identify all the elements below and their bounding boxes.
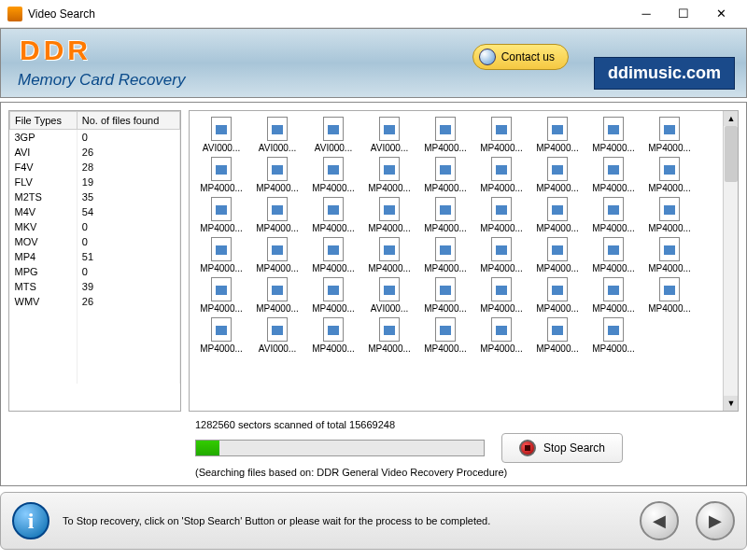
file-item[interactable]: MP4000... <box>473 317 529 354</box>
file-icon <box>435 317 456 342</box>
file-item[interactable]: AVI000... <box>249 117 305 153</box>
table-row[interactable]: MKV0 <box>10 219 180 234</box>
file-item[interactable]: MP4000... <box>529 237 585 273</box>
minimize-button[interactable]: ─ <box>627 1 665 27</box>
titlebar: Video Search ─ ☐ ✕ <box>0 0 747 28</box>
table-row[interactable]: AVI26 <box>10 145 180 160</box>
file-item[interactable]: MP4000... <box>641 197 698 233</box>
file-item[interactable]: MP4000... <box>417 237 473 273</box>
cell-count: 0 <box>77 264 179 279</box>
file-icon <box>491 197 512 221</box>
file-item[interactable]: MP4000... <box>361 317 417 354</box>
file-item[interactable]: MP4000... <box>641 277 698 314</box>
col-file-types[interactable]: File Types <box>10 112 78 130</box>
forward-button[interactable]: ▶ <box>696 501 735 540</box>
file-item[interactable]: MP4000... <box>193 277 249 314</box>
file-label: MP4000... <box>641 263 698 273</box>
file-item[interactable]: MP4000... <box>193 317 249 354</box>
maximize-button[interactable]: ☐ <box>665 1 702 27</box>
file-item[interactable]: MP4000... <box>193 157 249 193</box>
info-icon: i <box>12 502 49 539</box>
file-item[interactable]: MP4000... <box>641 237 698 273</box>
file-item[interactable]: MP4000... <box>249 197 305 233</box>
file-grid[interactable]: AVI000...AVI000...AVI000...AVI000...MP40… <box>190 111 738 411</box>
file-item[interactable]: MP4000... <box>305 317 361 354</box>
table-row[interactable]: M4V54 <box>10 204 180 219</box>
file-item[interactable]: MP4000... <box>585 117 641 153</box>
file-item[interactable]: MP4000... <box>473 117 529 153</box>
table-row[interactable]: FLV19 <box>10 175 180 189</box>
file-item[interactable]: MP4000... <box>249 157 305 193</box>
file-item[interactable]: MP4000... <box>529 197 585 233</box>
table-row[interactable]: MTS39 <box>10 279 180 294</box>
file-item[interactable]: MP4000... <box>305 157 361 193</box>
file-label: MP4000... <box>417 143 473 153</box>
file-item[interactable]: MP4000... <box>305 277 361 314</box>
scroll-down-icon[interactable]: ▼ <box>724 396 739 411</box>
file-item[interactable]: MP4000... <box>417 117 473 153</box>
file-label: MP4000... <box>417 183 473 193</box>
file-item[interactable]: MP4000... <box>585 277 641 314</box>
stop-label: Stop Search <box>543 441 605 455</box>
file-item[interactable]: MP4000... <box>361 237 417 273</box>
file-item[interactable]: AVI000... <box>361 277 417 314</box>
file-item[interactable]: MP4000... <box>361 197 417 233</box>
stop-search-button[interactable]: Stop Search <box>501 433 623 463</box>
file-item[interactable]: MP4000... <box>249 277 305 314</box>
file-item[interactable]: MP4000... <box>305 197 361 233</box>
scroll-thumb[interactable] <box>725 126 738 182</box>
close-button[interactable]: ✕ <box>702 1 740 27</box>
file-label: MP4000... <box>193 263 249 273</box>
file-item[interactable]: MP4000... <box>193 197 249 233</box>
file-item[interactable]: AVI000... <box>361 117 417 153</box>
file-label: MP4000... <box>585 183 641 193</box>
cell-type: WMV <box>10 294 78 309</box>
file-item[interactable]: MP4000... <box>417 157 473 193</box>
table-row[interactable]: MP451 <box>10 249 180 264</box>
file-item[interactable]: MP4000... <box>305 237 361 273</box>
file-item[interactable]: MP4000... <box>529 317 585 354</box>
table-row[interactable]: MOV0 <box>10 234 180 249</box>
file-item[interactable]: MP4000... <box>249 237 305 273</box>
back-button[interactable]: ◀ <box>640 501 679 540</box>
file-item[interactable]: MP4000... <box>417 317 473 354</box>
file-item[interactable]: MP4000... <box>585 237 641 273</box>
file-item[interactable]: MP4000... <box>473 157 529 193</box>
contact-us-button[interactable]: Contact us <box>472 44 569 70</box>
table-row[interactable]: 3GP0 <box>10 130 180 146</box>
file-item[interactable]: MP4000... <box>585 197 641 233</box>
file-item[interactable]: MP4000... <box>473 197 529 233</box>
file-item[interactable]: MP4000... <box>529 277 585 314</box>
file-item[interactable]: MP4000... <box>585 317 641 354</box>
file-item[interactable]: MP4000... <box>641 117 698 153</box>
file-item[interactable]: AVI000... <box>305 117 361 153</box>
file-icon <box>323 277 344 301</box>
file-item[interactable]: MP4000... <box>417 277 473 314</box>
file-item[interactable]: MP4000... <box>529 157 585 193</box>
file-item[interactable]: MP4000... <box>529 117 585 153</box>
table-row[interactable]: WMV26 <box>10 294 180 309</box>
table-row[interactable]: F4V28 <box>10 160 180 175</box>
file-item[interactable]: MP4000... <box>473 277 529 314</box>
scrollbar[interactable]: ▲ ▼ <box>723 111 738 411</box>
col-files-found[interactable]: No. of files found <box>77 112 179 130</box>
file-item[interactable]: MP4000... <box>417 197 473 233</box>
table-row[interactable]: M2TS35 <box>10 189 180 204</box>
file-icon <box>435 117 456 141</box>
file-item[interactable]: MP4000... <box>361 157 417 193</box>
file-item[interactable]: AVI000... <box>193 117 249 153</box>
file-item[interactable]: MP4000... <box>473 237 529 273</box>
footer-text: To Stop recovery, click on 'Stop Search'… <box>63 515 623 526</box>
scan-status-text: 1282560 sectors scanned of total 1566924… <box>195 419 729 430</box>
file-item[interactable]: AVI000... <box>249 317 305 354</box>
file-item[interactable]: MP4000... <box>585 157 641 193</box>
cell-count: 54 <box>77 204 179 219</box>
file-item[interactable]: MP4000... <box>193 237 249 273</box>
file-icon <box>547 197 568 221</box>
file-label: MP4000... <box>305 263 361 273</box>
scroll-up-icon[interactable]: ▲ <box>724 111 739 126</box>
file-label: MP4000... <box>417 223 473 233</box>
file-item[interactable]: MP4000... <box>641 157 698 193</box>
table-row[interactable]: MPG0 <box>10 264 180 279</box>
file-icon <box>491 237 512 261</box>
